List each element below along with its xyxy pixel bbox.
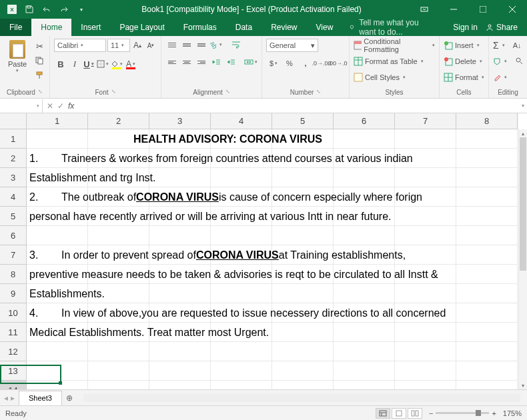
row-header[interactable]: 1 bbox=[0, 129, 27, 149]
cell[interactable] bbox=[272, 342, 334, 361]
cell[interactable] bbox=[456, 168, 518, 187]
cell[interactable] bbox=[149, 226, 211, 245]
cell[interactable] bbox=[27, 361, 88, 381]
format-cells-button[interactable]: Format▾ bbox=[444, 71, 484, 84]
cell[interactable] bbox=[272, 226, 334, 245]
zoom-out-icon[interactable]: − bbox=[429, 409, 433, 417]
vertical-scrollbar[interactable]: ▴ ▾ bbox=[518, 129, 527, 389]
cell[interactable] bbox=[395, 207, 456, 226]
row-header[interactable]: 7 bbox=[0, 245, 27, 265]
cell[interactable] bbox=[456, 226, 518, 245]
row-header[interactable]: 12 bbox=[0, 342, 27, 361]
row-header[interactable]: 14 bbox=[0, 381, 27, 389]
cell-styles-button[interactable]: Cell Styles▾ bbox=[354, 71, 406, 84]
comma-format-icon[interactable]: , bbox=[298, 57, 313, 69]
horizontal-scrollbar[interactable] bbox=[83, 394, 520, 402]
cell[interactable] bbox=[211, 303, 272, 323]
page-break-view-icon[interactable] bbox=[408, 408, 422, 419]
cell[interactable] bbox=[149, 381, 211, 389]
copy-icon[interactable] bbox=[33, 55, 45, 67]
cell[interactable] bbox=[211, 361, 272, 381]
cell[interactable] bbox=[395, 342, 456, 361]
cell[interactable] bbox=[149, 342, 211, 361]
column-header[interactable]: 3 bbox=[149, 113, 211, 129]
cell[interactable] bbox=[27, 265, 88, 284]
cell[interactable] bbox=[88, 265, 149, 284]
cell[interactable] bbox=[395, 381, 456, 389]
cell[interactable] bbox=[211, 129, 272, 149]
cell[interactable] bbox=[272, 303, 334, 323]
page-layout-view-icon[interactable] bbox=[392, 408, 406, 419]
decrease-indent-icon[interactable] bbox=[209, 56, 223, 68]
insert-cells-button[interactable]: Insert▾ bbox=[444, 39, 480, 52]
align-top-icon[interactable] bbox=[165, 39, 179, 51]
cell[interactable] bbox=[395, 129, 456, 149]
number-launcher-icon[interactable]: ⤡ bbox=[316, 89, 321, 96]
cell[interactable] bbox=[334, 207, 395, 226]
row-header[interactable]: 2 bbox=[0, 149, 27, 168]
cell[interactable] bbox=[456, 361, 518, 381]
tab-pagelayout[interactable]: Page Layout bbox=[110, 19, 173, 36]
cell[interactable] bbox=[27, 284, 88, 303]
accept-formula-icon[interactable]: ✓ bbox=[57, 101, 64, 111]
expand-formula-bar-icon[interactable]: ▾ bbox=[519, 103, 527, 109]
cell[interactable] bbox=[395, 245, 456, 265]
cell[interactable] bbox=[27, 226, 88, 245]
column-header[interactable]: 2 bbox=[88, 113, 149, 129]
find-select-icon[interactable] bbox=[515, 57, 523, 66]
increase-indent-icon[interactable] bbox=[224, 56, 237, 68]
cell[interactable] bbox=[149, 149, 211, 168]
cell[interactable] bbox=[456, 149, 518, 168]
cell[interactable] bbox=[456, 284, 518, 303]
align-left-icon[interactable] bbox=[165, 56, 179, 68]
merge-center-icon[interactable]: ▾ bbox=[244, 56, 257, 68]
cell[interactable] bbox=[27, 168, 88, 187]
sheet-tab[interactable]: Sheet3 bbox=[19, 391, 62, 405]
row-header[interactable]: 3 bbox=[0, 168, 27, 187]
cell[interactable] bbox=[88, 245, 149, 265]
tab-file[interactable]: File bbox=[0, 19, 31, 36]
cell[interactable] bbox=[211, 381, 272, 389]
cell[interactable] bbox=[334, 129, 395, 149]
font-size-combo[interactable]: 11▾ bbox=[107, 39, 130, 52]
cell[interactable] bbox=[88, 303, 149, 323]
align-bottom-icon[interactable] bbox=[195, 39, 208, 51]
cell[interactable] bbox=[27, 342, 88, 361]
align-middle-icon[interactable] bbox=[180, 39, 193, 51]
number-format-combo[interactable]: General▾ bbox=[266, 39, 318, 52]
zoom-in-icon[interactable]: + bbox=[492, 409, 496, 417]
cell[interactable] bbox=[88, 149, 149, 168]
cell[interactable] bbox=[334, 149, 395, 168]
cell[interactable] bbox=[88, 284, 149, 303]
cell[interactable] bbox=[88, 381, 149, 389]
bold-button[interactable]: B bbox=[54, 57, 67, 71]
scroll-down-icon[interactable]: ▾ bbox=[519, 381, 527, 389]
cell[interactable] bbox=[334, 187, 395, 207]
cell[interactable] bbox=[27, 245, 88, 265]
cell[interactable] bbox=[272, 284, 334, 303]
cell[interactable] bbox=[395, 168, 456, 187]
cell[interactable] bbox=[456, 129, 518, 149]
cell[interactable] bbox=[149, 323, 211, 342]
cell[interactable] bbox=[395, 149, 456, 168]
accounting-format-icon[interactable]: $▾ bbox=[266, 57, 281, 69]
cell[interactable] bbox=[334, 342, 395, 361]
cell[interactable] bbox=[334, 361, 395, 381]
cut-icon[interactable]: ✂ bbox=[33, 40, 45, 52]
cell[interactable] bbox=[211, 245, 272, 265]
select-all-corner[interactable] bbox=[0, 113, 27, 129]
ribbon-options-icon[interactable] bbox=[410, 0, 439, 19]
cell[interactable] bbox=[149, 168, 211, 187]
normal-view-icon[interactable] bbox=[376, 408, 390, 419]
cell[interactable] bbox=[456, 265, 518, 284]
underline-button[interactable]: U▾ bbox=[82, 57, 95, 71]
format-as-table-button[interactable]: Format as Table▾ bbox=[354, 55, 424, 68]
cell[interactable] bbox=[88, 168, 149, 187]
cell[interactable] bbox=[211, 342, 272, 361]
cell[interactable] bbox=[456, 207, 518, 226]
tab-view[interactable]: View bbox=[307, 19, 343, 36]
spreadsheet-grid[interactable]: 12345678 12345678910111213141516 HEALTH … bbox=[0, 113, 527, 389]
cell[interactable] bbox=[272, 149, 334, 168]
cell[interactable] bbox=[272, 207, 334, 226]
decrease-font-icon[interactable]: A▾ bbox=[145, 39, 157, 52]
